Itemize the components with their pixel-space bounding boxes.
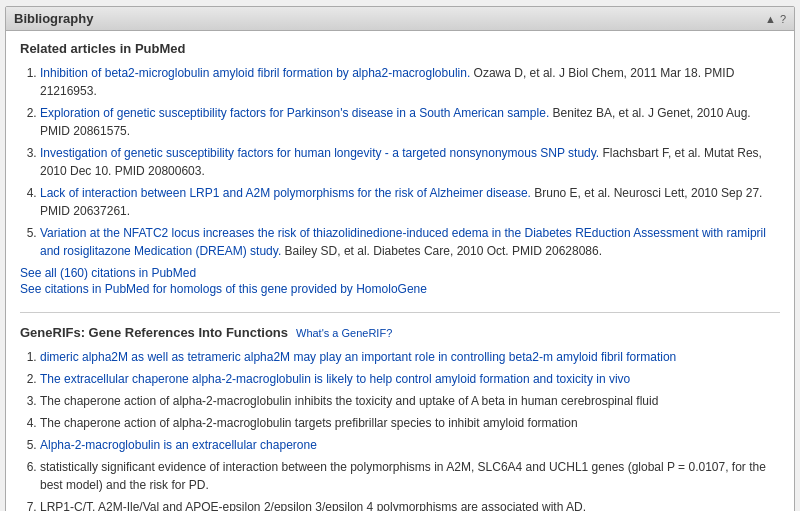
pubmed-article-1-link[interactable]: Inhibition of beta2-microglobulin amyloi… (40, 66, 470, 80)
pubmed-article-2: Exploration of genetic susceptibility fa… (40, 104, 780, 140)
pubmed-article-5-rest: Bailey SD, et al. Diabetes Care, 2010 Oc… (281, 244, 602, 258)
generif-item-7-text: LRP1-C/T, A2M-Ile/Val and APOE-epsilon 2… (40, 500, 586, 511)
generif-item-4-text: The chaperone action of alpha-2-macroglo… (40, 416, 578, 430)
see-all-links: See all (160) citations in PubMed See ci… (20, 266, 780, 296)
generif-item-7: LRP1-C/T, A2M-Ile/Val and APOE-epsilon 2… (40, 498, 780, 511)
see-all-citations-link[interactable]: See all (160) citations in PubMed (20, 266, 196, 280)
pubmed-article-4-link[interactable]: Lack of interaction between LRP1 and A2M… (40, 186, 531, 200)
generif-item-1-link[interactable]: dimeric alpha2M as well as tetrameric al… (40, 350, 676, 364)
generif-item-3: The chaperone action of alpha-2-macroglo… (40, 392, 780, 410)
whats-generif-link[interactable]: What's a GeneRIF? (296, 327, 392, 339)
generif-item-2-link[interactable]: The extracellular chaperone alpha-2-macr… (40, 372, 630, 386)
main-content: Related articles in PubMed Inhibition of… (6, 31, 794, 511)
generif-item-4: The chaperone action of alpha-2-macroglo… (40, 414, 780, 432)
pubmed-section: Related articles in PubMed Inhibition of… (20, 41, 780, 296)
bibliography-window: Bibliography ▲ ? Related articles in Pub… (5, 6, 795, 511)
generif-heading: GeneRIFs: Gene References Into Functions (20, 325, 288, 340)
generif-item-3-text: The chaperone action of alpha-2-macroglo… (40, 394, 658, 408)
pubmed-article-2-link[interactable]: Exploration of genetic susceptibility fa… (40, 106, 549, 120)
minimize-icon[interactable]: ▲ (765, 13, 776, 25)
generif-item-5-link[interactable]: Alpha-2-macroglobulin is an extracellula… (40, 438, 317, 452)
generif-item-6: statistically significant evidence of in… (40, 458, 780, 494)
title-bar: Bibliography ▲ ? (6, 7, 794, 31)
pubmed-heading: Related articles in PubMed (20, 41, 780, 56)
generif-section: GeneRIFs: Gene References Into Functions… (20, 325, 780, 511)
generif-item-2: The extracellular chaperone alpha-2-macr… (40, 370, 780, 388)
generif-item-5: Alpha-2-macroglobulin is an extracellula… (40, 436, 780, 454)
window-controls: ▲ ? (765, 13, 786, 25)
pubmed-article-list: Inhibition of beta2-microglobulin amyloi… (20, 64, 780, 260)
pubmed-article-1: Inhibition of beta2-microglobulin amyloi… (40, 64, 780, 100)
section-divider (20, 312, 780, 313)
pubmed-article-3-link[interactable]: Investigation of genetic susceptibility … (40, 146, 599, 160)
pubmed-article-3: Investigation of genetic susceptibility … (40, 144, 780, 180)
pubmed-article-5: Variation at the NFATC2 locus increases … (40, 224, 780, 260)
help-icon[interactable]: ? (780, 13, 786, 25)
homologene-link[interactable]: See citations in PubMed for homologs of … (20, 282, 427, 296)
window-title: Bibliography (14, 11, 93, 26)
generif-header: GeneRIFs: Gene References Into Functions… (20, 325, 780, 340)
generif-list: dimeric alpha2M as well as tetrameric al… (20, 348, 780, 511)
generif-item-1: dimeric alpha2M as well as tetrameric al… (40, 348, 780, 366)
generif-item-6-text: statistically significant evidence of in… (40, 460, 766, 492)
pubmed-article-4: Lack of interaction between LRP1 and A2M… (40, 184, 780, 220)
